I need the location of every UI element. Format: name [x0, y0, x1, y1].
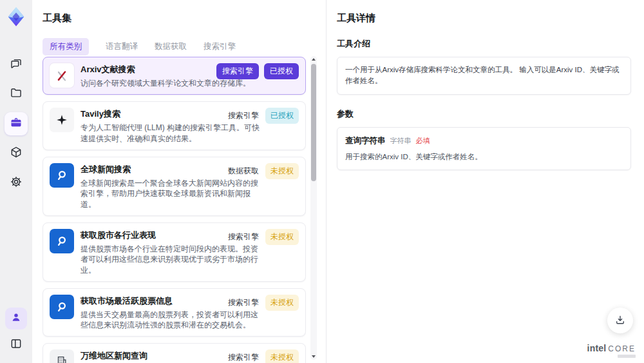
tool-card[interactable]: Tavily搜索 专为人工智能代理 (LLM) 构建的搜索引擎工具。可快速提供实… [43, 101, 306, 150]
sidebar-item-panel[interactable] [5, 333, 28, 357]
download-icon [614, 314, 626, 328]
sidebar-item-chat[interactable] [5, 53, 28, 76]
intel-core-logo: intel CORE [587, 343, 636, 358]
tool-description: 提供当天交易量最高的股票列表，投资者可以利用这些信息来识别流动性强的股票和潜在的… [80, 309, 261, 331]
auth-status-badge: 未授权 [265, 163, 299, 179]
intel-brand-text: intel [587, 343, 607, 353]
cube-icon [10, 146, 23, 161]
sidebar-nav [5, 53, 28, 195]
arxiv-logo-icon [50, 63, 74, 88]
download-button[interactable] [607, 308, 633, 333]
intel-logo-sub-bar [618, 355, 636, 358]
tool-card[interactable]: 获取市场最活跃股票信息 提供当天交易量最高的股票列表，投资者可以利用这些信息来识… [43, 288, 306, 337]
scroll-up-arrow-icon[interactable] [310, 56, 317, 63]
icon-sidebar [0, 0, 32, 363]
category-badge: 搜索引擎 [227, 108, 260, 123]
chat-icon [10, 57, 23, 72]
news-search-icon [50, 229, 74, 253]
tool-card[interactable]: Arxiv文献搜索 访问各个研究领域大量科学论文和文章的存储库。 搜索引擎 已授… [43, 57, 306, 95]
auth-status-badge: 未授权 [265, 229, 299, 245]
auth-status-badge: 未授权 [265, 295, 299, 311]
sidebar-item-packages[interactable] [5, 142, 28, 165]
gear-icon [10, 175, 23, 191]
news-search-icon [50, 163, 74, 188]
sidebar-bottom [5, 308, 28, 357]
tool-badges: 搜索引擎 未授权 [227, 295, 299, 311]
scroll-down-arrow-icon[interactable] [310, 353, 317, 360]
tab-search-engine[interactable]: 搜索引擎 [204, 41, 236, 52]
auth-status-badge: 未授权 [265, 349, 299, 363]
intro-section-title: 工具介绍 [337, 38, 631, 50]
tool-badges: 搜索引擎 已授权 [227, 108, 299, 124]
sidebar-item-user[interactable] [5, 308, 27, 329]
tool-list: Arxiv文献搜索 访问各个研究领域大量科学论文和文章的存储库。 搜索引擎 已授… [43, 57, 306, 363]
tool-detail-panel: 工具详情 工具介绍 一个用于从Arxiv存储库搜索科学论文和文章的工具。 输入可… [326, 0, 644, 363]
auth-status-badge: 已授权 [264, 63, 299, 79]
sparkle-star-icon [50, 108, 74, 132]
briefcase-icon [10, 116, 23, 132]
param-name: 查询字符串 [345, 135, 386, 146]
param-head: 查询字符串 字符串 必填 [345, 135, 623, 146]
news-search-icon [50, 295, 74, 319]
tab-translation[interactable]: 语言翻译 [106, 41, 138, 52]
user-icon [10, 311, 22, 326]
page-title: 工具集 [43, 12, 325, 25]
param-required-badge: 必填 [416, 136, 430, 146]
tool-badges: 搜索引擎 未授权 [227, 349, 299, 363]
param-type: 字符串 [390, 136, 412, 146]
category-badge: 搜索引擎 [227, 350, 260, 363]
tool-description: 专为人工智能代理 (LLM) 构建的搜索引擎工具。可快速提供实时、准确和真实的结… [80, 123, 261, 144]
core-brand-text: CORE [608, 344, 636, 353]
building-icon [50, 349, 74, 363]
sidebar-item-files[interactable] [5, 83, 28, 106]
category-badge: 搜索引擎 [227, 230, 260, 244]
app-logo-icon [5, 5, 28, 28]
tool-badges: 搜索引擎 已授权 [216, 63, 299, 79]
detail-title: 工具详情 [337, 12, 631, 25]
params-section-title: 参数 [337, 108, 631, 120]
panel-layout-icon [10, 337, 23, 353]
tool-list-panel: 工具集 所有类别 语言翻译 数据获取 搜索引擎 Arxiv文献搜索 访问各个研究… [32, 0, 325, 363]
tool-card[interactable]: 万维地区新闻查询 查询具体行政区划内的新闻，快速了解各地新闻动态 搜索引擎 未授… [43, 343, 306, 363]
scrollbar-thumb[interactable] [311, 64, 316, 181]
tab-data-fetch[interactable]: 数据获取 [155, 41, 187, 52]
tab-all-categories[interactable]: 所有类别 [43, 38, 89, 55]
param-box: 查询字符串 字符串 必填 用于搜索的Arxiv ID、关键字或作者姓名。 [337, 127, 631, 170]
tool-description: 访问各个研究领域大量科学论文和文章的存储库。 [80, 78, 251, 88]
sidebar-item-tools[interactable] [5, 112, 28, 135]
tool-badges: 搜索引擎 未授权 [227, 229, 299, 245]
scrollbar-track[interactable] [310, 56, 317, 360]
param-description: 用于搜索的Arxiv ID、关键字或作者姓名。 [345, 152, 623, 162]
tool-intro-box: 一个用于从Arxiv存储库搜索科学论文和文章的工具。 输入可以是Arxiv ID… [337, 57, 631, 95]
tool-description: 提供股票市场各个行业在特定时间段内的表现。投资者可以利用这些信息来识别表现优于或… [80, 244, 261, 275]
category-badge: 搜索引擎 [216, 63, 259, 79]
sidebar-item-settings[interactable] [5, 172, 28, 195]
tool-badges: 数据获取 未授权 [227, 163, 299, 179]
tool-card[interactable]: 全球新闻搜索 全球新闻搜索是一个聚合全球各大新闻网站内容的搜索引擎，帮助用户快速… [43, 157, 306, 216]
tool-description: 全球新闻搜索是一个聚合全球各大新闻网站内容的搜索引擎，帮助用户快速获取全球最新资… [80, 178, 261, 210]
category-badge: 搜索引擎 [227, 295, 260, 310]
category-badge: 数据获取 [227, 164, 260, 179]
category-tabs: 所有类别 语言翻译 数据获取 搜索引擎 [43, 38, 325, 55]
auth-status-badge: 已授权 [265, 108, 299, 124]
folder-icon [10, 86, 23, 102]
tool-card[interactable]: 获取股市各行业表现 提供股票市场各个行业在特定时间段内的表现。投资者可以利用这些… [43, 222, 306, 282]
